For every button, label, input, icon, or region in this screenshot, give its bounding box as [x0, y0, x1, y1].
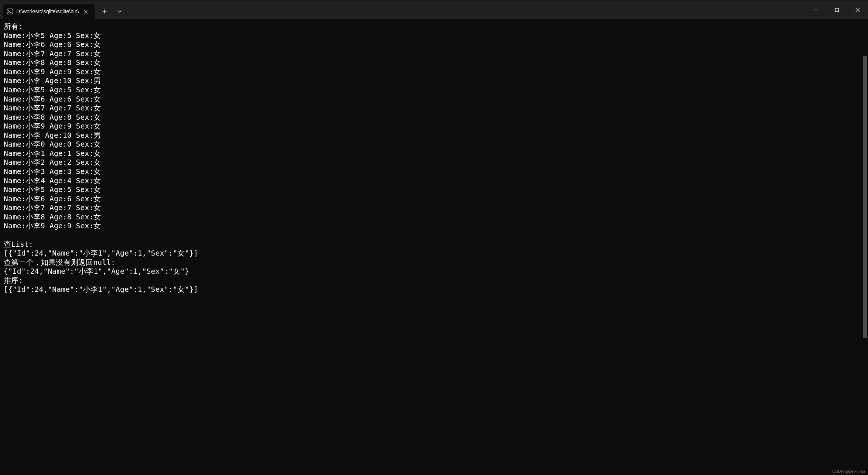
- close-button[interactable]: [847, 1, 868, 19]
- maximize-button[interactable]: [827, 1, 847, 19]
- tab-actions: [96, 4, 126, 19]
- tabs-area: D:\work\src\sqlite\sqlite\bin\: [0, 1, 806, 19]
- terminal-output: 所有: Name:小李5 Age:5 Sex:女 Name:小李6 Age:6 …: [4, 22, 868, 294]
- new-tab-button[interactable]: [98, 5, 111, 18]
- title-bar: D:\work\src\sqlite\sqlite\bin\: [0, 1, 868, 19]
- minimize-button[interactable]: [806, 1, 827, 19]
- tab-dropdown-button[interactable]: [113, 5, 126, 18]
- tab-close-button[interactable]: [81, 7, 91, 16]
- window-controls: [806, 1, 868, 19]
- divider: [97, 8, 97, 15]
- console-icon: [7, 8, 13, 15]
- svg-rect-0: [7, 9, 13, 14]
- divider: [112, 8, 112, 15]
- terminal-body[interactable]: 所有: Name:小李5 Age:5 Sex:女 Name:小李6 Age:6 …: [0, 19, 868, 475]
- scrollbar-track[interactable]: [863, 19, 867, 475]
- svg-rect-3: [835, 8, 839, 12]
- terminal-window: D:\work\src\sqlite\sqlite\bin\: [0, 0, 868, 475]
- watermark: CSDN @peixiuhui: [832, 469, 865, 474]
- scrollbar-thumb[interactable]: [863, 56, 867, 338]
- tab-title: D:\work\src\sqlite\sqlite\bin\: [16, 8, 79, 14]
- tab-active[interactable]: D:\work\src\sqlite\sqlite\bin\: [3, 4, 95, 19]
